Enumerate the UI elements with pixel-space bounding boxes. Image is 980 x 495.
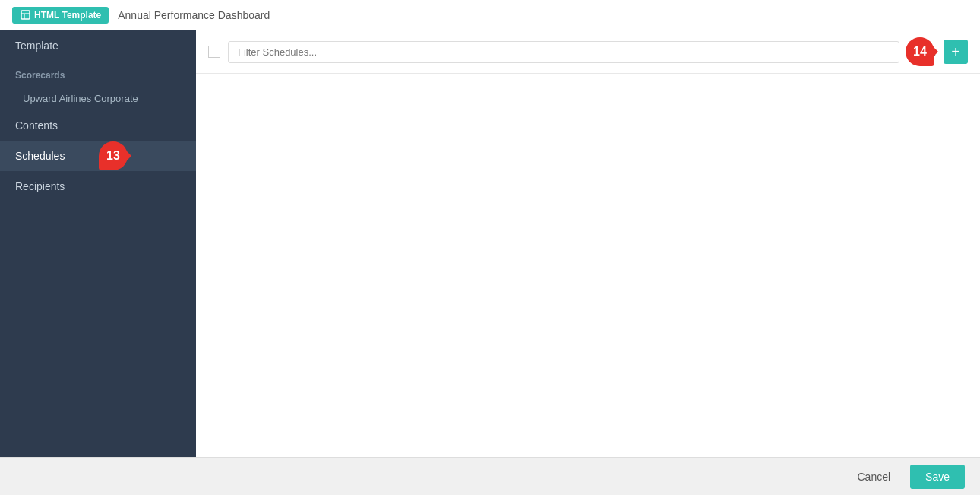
sidebar-item-upward-airlines[interactable]: Upward Airlines Corporate [0,87,196,110]
main-layout: Template Scorecards Upward Airlines Corp… [0,30,980,457]
add-schedule-button[interactable]: + [944,40,968,64]
bottom-footer: Cancel Save [0,457,980,495]
svg-rect-0 [21,11,30,19]
content-area: Sh 14 + [196,30,980,457]
top-header: HTML Template Annual Performance Dashboa… [0,0,980,30]
cancel-button[interactable]: Cancel [845,465,903,489]
template-icon [20,10,30,21]
page-title: Annual Performance Dashboard [118,9,270,21]
add-button-wrapper: 14 + [944,40,968,64]
empty-content [196,74,980,457]
sidebar-item-contents[interactable]: Contents [0,110,196,141]
sidebar-section-scorecards: Scorecards [0,61,196,87]
sidebar-item-template[interactable]: Template [0,30,196,61]
annotation-bubble-13: 13 [99,141,128,170]
filter-schedules-input[interactable] [228,41,899,63]
select-all-checkbox[interactable] [208,46,220,58]
sidebar-item-schedules[interactable]: Schedules 13 [0,141,196,171]
sidebar-item-recipients[interactable]: Recipients [0,171,196,201]
badge-label: HTML Template [34,10,101,21]
filter-bar: Sh 14 + [196,30,980,74]
show-checkbox[interactable] [907,46,919,58]
save-button[interactable]: Save [910,465,965,489]
sidebar: Template Scorecards Upward Airlines Corp… [0,30,196,457]
html-template-badge[interactable]: HTML Template [12,7,109,24]
show-option-container: Sh [907,46,936,58]
show-label: Sh [924,46,936,58]
